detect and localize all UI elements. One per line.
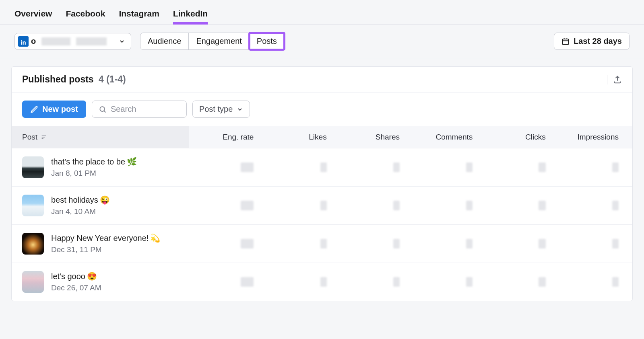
- value-redacted: [466, 239, 473, 249]
- cell-shares: [335, 201, 408, 210]
- search-input[interactable]: [111, 105, 180, 114]
- post-title: that's the place to be: [51, 157, 125, 166]
- post-thumbnail: [22, 195, 44, 216]
- cell-impressions: [554, 239, 632, 249]
- value-redacted: [241, 277, 254, 287]
- card-title: Published posts 4 (1-4): [22, 74, 126, 85]
- table-row[interactable]: let's gooo😍 Dec 26, 07 AM: [12, 263, 632, 301]
- tab-instagram[interactable]: Instagram: [119, 9, 159, 18]
- post-meta: best holidays😜 Jan 4, 10 AM: [51, 195, 110, 216]
- new-post-button[interactable]: New post: [22, 101, 86, 118]
- cell-post: let's gooo😍 Dec 26, 07 AM: [12, 271, 189, 293]
- value-redacted: [612, 201, 619, 210]
- svg-point-4: [100, 107, 105, 111]
- account-name-redacted: [41, 37, 114, 45]
- table-row[interactable]: best holidays😜 Jan 4, 10 AM: [12, 187, 632, 225]
- cell-shares: [335, 239, 408, 249]
- cell-likes: [262, 201, 334, 210]
- value-redacted: [320, 201, 327, 210]
- card-count: 4 (1-4): [99, 74, 126, 84]
- chevron-down-icon: [119, 38, 125, 45]
- pencil-icon: [30, 105, 38, 113]
- cell-impressions: [554, 201, 632, 210]
- col-clicks[interactable]: Clicks: [481, 126, 553, 148]
- value-redacted: [393, 201, 400, 210]
- value-redacted: [393, 239, 400, 249]
- value-redacted: [539, 239, 546, 249]
- post-date: Jan 4, 10 AM: [51, 207, 110, 216]
- card-title-text: Published posts: [22, 74, 94, 84]
- tab-facebook[interactable]: Facebook: [66, 9, 105, 18]
- account-selector[interactable]: in o: [14, 33, 131, 50]
- value-redacted: [241, 201, 254, 210]
- segment-audience[interactable]: Audience: [140, 33, 189, 49]
- post-date: Dec 31, 11 PM: [51, 245, 160, 254]
- post-thumbnail: [22, 233, 44, 255]
- cell-comments: [408, 239, 481, 249]
- cell-eng-rate: [189, 239, 262, 249]
- post-type-label: Post type: [199, 105, 233, 114]
- cell-clicks: [481, 239, 553, 249]
- export-icon[interactable]: [613, 75, 622, 84]
- col-post-label: Post: [22, 133, 37, 142]
- post-thumbnail: [22, 271, 44, 293]
- col-comments[interactable]: Comments: [408, 126, 481, 148]
- cell-comments: [408, 277, 481, 287]
- value-redacted: [612, 277, 619, 287]
- cell-likes: [262, 162, 334, 172]
- tab-linkedin[interactable]: LinkedIn: [173, 9, 208, 18]
- new-post-label: New post: [42, 105, 78, 114]
- svg-rect-0: [562, 39, 568, 44]
- toolbar: New post Post type: [12, 92, 632, 126]
- value-redacted: [393, 277, 400, 287]
- table-row[interactable]: that's the place to be🌿 Jan 8, 01 PM: [12, 148, 632, 187]
- col-eng-rate[interactable]: Eng. rate: [189, 126, 262, 148]
- table-header: Post Eng. rate Likes Shares Comments Cli…: [12, 126, 632, 148]
- col-likes[interactable]: Likes: [262, 126, 334, 148]
- col-impressions[interactable]: Impressions: [554, 126, 632, 148]
- cell-clicks: [481, 201, 553, 210]
- date-range-button[interactable]: Last 28 days: [554, 33, 630, 50]
- value-redacted: [466, 277, 473, 287]
- cell-eng-rate: [189, 162, 262, 172]
- published-posts-card: Published posts 4 (1-4) New post Post ty…: [11, 66, 633, 301]
- post-type-filter[interactable]: Post type: [192, 101, 250, 118]
- search-box[interactable]: [92, 101, 187, 118]
- value-redacted: [539, 201, 546, 210]
- cell-clicks: [481, 277, 553, 287]
- cell-impressions: [554, 277, 632, 287]
- post-emoji: 💫: [150, 233, 160, 243]
- value-redacted: [466, 162, 473, 172]
- value-redacted: [393, 162, 400, 172]
- post-thumbnail: [22, 156, 44, 178]
- top-tabs: Overview Facebook Instagram LinkedIn: [0, 0, 644, 25]
- divider: [607, 75, 607, 84]
- search-icon: [99, 105, 107, 113]
- post-date: Jan 8, 01 PM: [51, 169, 137, 178]
- cell-eng-rate: [189, 201, 262, 210]
- cell-shares: [335, 277, 408, 287]
- cell-impressions: [554, 162, 632, 172]
- value-redacted: [612, 162, 619, 172]
- tab-overview[interactable]: Overview: [14, 9, 52, 18]
- value-redacted: [320, 239, 327, 249]
- value-redacted: [241, 162, 254, 172]
- post-date: Dec 26, 07 AM: [51, 284, 101, 292]
- chevron-down-icon: [237, 106, 243, 113]
- col-post[interactable]: Post: [12, 126, 189, 148]
- cell-shares: [335, 162, 408, 172]
- segment-posts[interactable]: Posts: [250, 33, 284, 49]
- linkedin-icon: in: [18, 36, 29, 47]
- cell-eng-rate: [189, 277, 262, 287]
- svg-line-5: [104, 111, 106, 112]
- cell-comments: [408, 201, 481, 210]
- col-shares[interactable]: Shares: [335, 126, 408, 148]
- value-redacted: [241, 239, 254, 249]
- segment-engagement[interactable]: Engagement: [189, 33, 249, 49]
- sub-bar: in o Audience Engagement Posts Last 28 d…: [0, 25, 644, 58]
- calendar-icon: [561, 37, 570, 45]
- table-row[interactable]: Happy New Year everyone!💫 Dec 31, 11 PM: [12, 225, 632, 263]
- post-meta: let's gooo😍 Dec 26, 07 AM: [51, 271, 101, 292]
- cell-likes: [262, 277, 334, 287]
- value-redacted: [539, 277, 546, 287]
